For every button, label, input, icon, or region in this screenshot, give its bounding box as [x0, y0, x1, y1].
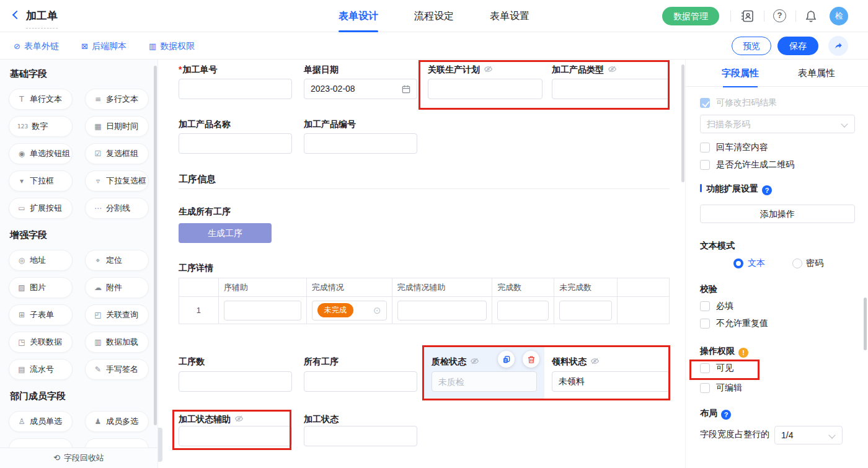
- bell-icon[interactable]: [804, 9, 818, 24]
- undone-count-cell: [554, 297, 618, 324]
- help-icon[interactable]: ?: [773, 9, 786, 22]
- radio-circle-icon[interactable]: ⊙: [373, 305, 381, 316]
- share-button[interactable]: [828, 36, 848, 56]
- help-icon[interactable]: ?: [762, 185, 772, 195]
- field-radio-group[interactable]: ◉单选按钮组: [9, 143, 73, 164]
- process-status-aux-input[interactable]: [179, 426, 292, 446]
- field-attachment[interactable]: ☁附件: [85, 277, 149, 298]
- product-no-label: 加工产品编号: [304, 119, 356, 130]
- field-signature[interactable]: ✎手写签名: [85, 359, 149, 380]
- mode-password-label[interactable]: 密码: [806, 258, 823, 269]
- col-index: [179, 278, 219, 297]
- editable-checkbox[interactable]: [700, 383, 710, 393]
- sidebar-scrollbar[interactable]: [154, 66, 157, 425]
- mode-text-radio[interactable]: [733, 258, 743, 268]
- required-checkbox[interactable]: [700, 301, 710, 311]
- enter-clear-checkbox[interactable]: [700, 143, 710, 152]
- product-name-input[interactable]: [179, 133, 292, 154]
- data-manage-button[interactable]: 数据管理: [662, 7, 719, 25]
- field-subform[interactable]: ⊞子表单: [9, 304, 73, 325]
- data-permission-link[interactable]: ▥数据权限: [149, 32, 195, 60]
- scan-mode-select[interactable]: 扫描条形码: [700, 115, 855, 133]
- backend-script-link[interactable]: ⊠后端脚本: [81, 32, 126, 60]
- back-icon[interactable]: [12, 11, 21, 19]
- field-multi-line-text[interactable]: ≡多行文本: [85, 89, 149, 110]
- aux-cell: [218, 297, 306, 324]
- field-dropdown-multi[interactable]: ▿下拉复选框: [85, 170, 149, 192]
- field-checkbox-group[interactable]: ☑复选框组: [85, 143, 149, 164]
- allow-qr-checkbox[interactable]: [700, 160, 710, 170]
- drag-handle[interactable]: [158, 428, 162, 462]
- field-member-multi[interactable]: ♟成员多选: [85, 411, 149, 432]
- tab-form-design[interactable]: 表单设计: [334, 0, 383, 32]
- width-select[interactable]: 1/4: [774, 426, 843, 444]
- no-duplicate-checkbox[interactable]: [700, 319, 710, 329]
- generate-process-button[interactable]: 生成工序: [179, 223, 272, 243]
- copy-field-button[interactable]: [498, 351, 515, 368]
- done-count-input[interactable]: [497, 301, 549, 320]
- field-data-load[interactable]: ▥数据加载: [85, 332, 149, 353]
- field-location[interactable]: ⌖定位: [85, 250, 149, 271]
- field-datetime[interactable]: ▦日期时间: [85, 116, 149, 137]
- field-address[interactable]: ◎地址: [9, 250, 73, 271]
- tab-form-properties[interactable]: 表单属性: [782, 60, 851, 87]
- tab-field-properties[interactable]: 字段属性: [706, 60, 774, 87]
- visible-checkbox[interactable]: [700, 363, 710, 373]
- field-linked-data[interactable]: ◳关联数据: [9, 332, 73, 353]
- field-image[interactable]: ▨图片: [9, 277, 73, 298]
- lookup-query-icon: ◰: [94, 311, 102, 319]
- delete-field-button[interactable]: [523, 351, 539, 368]
- extension-settings-title: 功能扩展设置?: [700, 183, 772, 195]
- dropdown-icon: ▾: [17, 177, 26, 185]
- material-status-input[interactable]: [552, 371, 670, 392]
- contact-book-icon[interactable]: [740, 9, 755, 24]
- tab-flow-setting[interactable]: 流程设定: [409, 0, 459, 32]
- undone-count-input[interactable]: [559, 301, 612, 320]
- field-member-single[interactable]: ♙成员单选: [9, 411, 73, 432]
- top-bar: 加工单 表单设计 流程设定 表单设置 数据管理 ? 检: [0, 0, 868, 32]
- qc-status-input[interactable]: [432, 371, 537, 392]
- no-duplicate-label: 不允许重复值: [716, 318, 768, 329]
- field-divider[interactable]: ⋯分割线: [85, 198, 149, 219]
- product-no-input[interactable]: [304, 133, 417, 154]
- multi-line-text-icon: ≡: [94, 95, 102, 104]
- tab-form-setting[interactable]: 表单设置: [485, 0, 534, 32]
- order-no-input[interactable]: [179, 79, 292, 99]
- avatar[interactable]: 检: [830, 7, 848, 25]
- attachment-icon: ☁: [94, 283, 102, 292]
- doc-date-input[interactable]: 2023-02-08: [304, 79, 417, 99]
- completion-select[interactable]: 未完成 ⊙: [312, 301, 387, 320]
- required-label: 必填: [716, 301, 733, 312]
- field-extend-button[interactable]: ▭扩展按钮: [9, 198, 73, 219]
- divider: [764, 11, 764, 22]
- panel-scrollbar[interactable]: [864, 298, 867, 350]
- help-icon[interactable]: ?: [721, 410, 731, 420]
- field-number[interactable]: 123数字: [9, 116, 73, 137]
- mode-password-radio[interactable]: [792, 258, 802, 268]
- product-type-input[interactable]: [552, 79, 670, 99]
- mode-text-label[interactable]: 文本: [748, 258, 765, 269]
- completion-aux-input[interactable]: [397, 301, 487, 320]
- aux-input[interactable]: [224, 301, 301, 320]
- field-recycle-bin[interactable]: ⟲字段回收站: [0, 448, 157, 468]
- field-single-line-text[interactable]: T单行文本: [9, 89, 73, 110]
- all-process-input[interactable]: [304, 371, 417, 392]
- save-button[interactable]: 保存: [777, 37, 818, 55]
- col-extra: [618, 278, 670, 297]
- form-title[interactable]: 加工单: [26, 9, 58, 29]
- row-index: 1: [179, 297, 219, 324]
- process-status-input[interactable]: [304, 426, 417, 446]
- field-lookup-query[interactable]: ◰关联查询: [85, 304, 149, 325]
- related-plan-input[interactable]: [428, 79, 542, 99]
- canvas-scrollbar[interactable]: [681, 64, 684, 182]
- add-action-button[interactable]: 添加操作: [700, 205, 855, 223]
- link-icon: ⊘: [14, 42, 20, 51]
- form-external-link[interactable]: ⊘表单外链: [14, 32, 59, 60]
- process-count-input[interactable]: [179, 371, 292, 392]
- scan-editable-checkbox[interactable]: [700, 98, 710, 108]
- editable-label: 可编辑: [716, 382, 742, 394]
- preview-button[interactable]: 预览: [732, 37, 771, 55]
- recycle-icon: ⟲: [53, 453, 60, 462]
- field-dropdown[interactable]: ▾下拉框: [9, 170, 73, 192]
- field-serial-number[interactable]: ▤流水号: [9, 359, 73, 380]
